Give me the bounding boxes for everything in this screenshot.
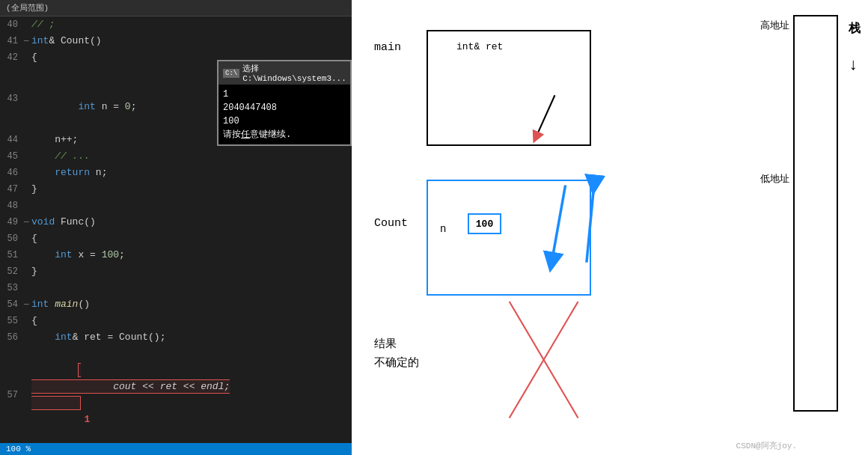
code-panel: (全局范围) 40 // ; 41 ─ int& Count() 42 { 43…	[0, 0, 352, 455]
panel-title: (全局范围)	[6, 4, 49, 13]
zoom-bar: 100 %	[0, 443, 352, 455]
count-label: Count	[374, 217, 408, 230]
svg-line-7	[510, 302, 578, 418]
main-frame	[427, 30, 591, 146]
svg-line-6	[510, 302, 578, 418]
table-row: 48	[0, 198, 352, 214]
table-row: 46 return n;	[0, 165, 352, 181]
table-row: 57 cout << ret << endl; 1	[0, 346, 352, 445]
panel-header: (全局范围)	[0, 0, 352, 16]
table-row: 52 }	[0, 263, 352, 280]
table-row: 50 {	[0, 230, 352, 247]
terminal-line: 2040447408	[223, 101, 346, 114]
diagram-panel: main int& ret Count n 100	[352, 0, 868, 455]
terminal-icon: C:\	[223, 69, 239, 78]
table-row: 56 int& ret = Count();	[0, 329, 352, 346]
value-100-box: 100	[468, 213, 501, 234]
table-row: 53	[0, 280, 352, 296]
terminal-popup: C:\ 选择 C:\Windows\system3... 1 204044740…	[217, 60, 352, 146]
stack-container	[793, 15, 842, 412]
watermark: CSDN@阿亮joy.	[736, 440, 797, 451]
table-row: 40 // ;	[0, 16, 352, 33]
low-addr-label: 低地址	[760, 172, 789, 186]
table-row: 54 ─ int main()	[0, 296, 352, 313]
n-label: n	[440, 223, 446, 235]
count-frame	[427, 180, 591, 296]
terminal-line: 100	[223, 114, 346, 128]
result-value: 不确定的	[374, 355, 419, 370]
high-addr-label: 高地址	[760, 19, 789, 32]
stack-box	[793, 15, 838, 412]
stack-arrow: ↓	[849, 56, 858, 75]
table-row: 45 // ...	[0, 148, 352, 165]
result-section: 结果 不确定的	[374, 337, 419, 370]
terminal-line: 1	[223, 88, 346, 101]
stack-label: 栈	[849, 21, 861, 37]
result-title: 结果	[374, 337, 419, 351]
terminal-title: 选择 C:\Windows\system3...	[242, 63, 346, 83]
terminal-header: C:\ 选择 C:\Windows\system3...	[218, 61, 350, 85]
table-row: 41 ─ int& Count()	[0, 33, 352, 49]
main-label: main	[374, 41, 401, 54]
table-row: 55 {	[0, 313, 352, 329]
table-row: 47 }	[0, 181, 352, 198]
table-row: 49 ─ void Func()	[0, 214, 352, 230]
terminal-body: 1 2040447408 100 请按任意键继续.	[218, 85, 350, 144]
table-row: 51 int x = 100;	[0, 247, 352, 263]
int-ret-label: int& ret	[456, 41, 503, 52]
terminal-line: 请按任意键继续.	[223, 128, 346, 141]
zoom-level: 100 %	[6, 445, 31, 454]
